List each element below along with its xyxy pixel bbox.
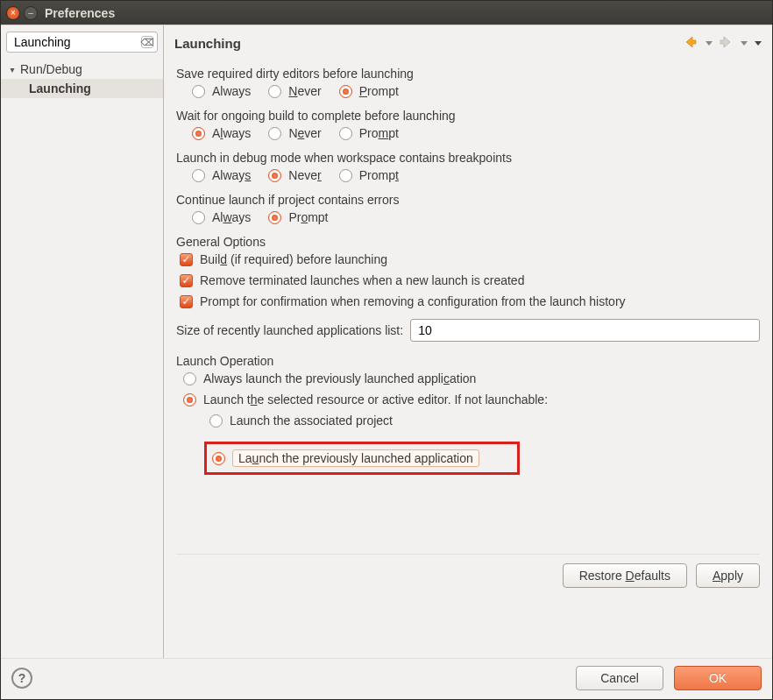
checkmark-icon: ✓ <box>180 295 193 308</box>
footer-buttons: Cancel OK <box>576 666 762 690</box>
restore-defaults-button[interactable]: Restore Defaults <box>563 563 687 588</box>
main-panel: Launching Save required dirty editors be… <box>164 25 772 658</box>
page-header: Launching <box>164 25 772 60</box>
checkmark-icon: ✓ <box>180 274 193 287</box>
forward-icon[interactable] <box>718 34 734 53</box>
chevron-down-icon: ▾ <box>8 65 17 74</box>
content-area: Save required dirty editors before launc… <box>164 60 772 658</box>
radio-errors-prompt[interactable]: Prompt <box>268 210 328 224</box>
group-launch-op: Always launch the previously launched ap… <box>183 371 760 475</box>
check-remove-terminated[interactable]: ✓Remove terminated launches when a new l… <box>180 273 524 287</box>
radio-save-never[interactable]: Never <box>268 84 321 98</box>
checkmark-icon: ✓ <box>180 253 193 266</box>
radio-save-prompt[interactable]: Prompt <box>339 84 399 98</box>
group-general-label: General Options <box>176 235 760 249</box>
radio-launch-selected[interactable]: Launch the selected resource or active e… <box>183 392 548 407</box>
back-menu-icon[interactable] <box>706 41 713 46</box>
minimize-icon[interactable]: – <box>24 6 38 20</box>
group-wait-build-label: Wait for ongoing build to complete befor… <box>176 109 760 123</box>
tree-item-label: Launching <box>29 81 91 95</box>
filter-input[interactable] <box>12 34 141 50</box>
check-build-before[interactable]: ✓Build (if required) before launching <box>180 252 387 266</box>
recent-list-label: Size of recently launched applications l… <box>176 323 403 337</box>
view-menu-icon[interactable] <box>755 41 762 46</box>
window-controls: × – <box>6 6 38 20</box>
check-prompt-remove-history[interactable]: ✓Prompt for confirmation when removing a… <box>180 294 626 308</box>
recent-list-input[interactable] <box>410 319 760 342</box>
preferences-window: × – Preferences ⌫ ▾ Run/Debug Launching <box>0 0 773 700</box>
row-recent-list-size: Size of recently launched applications l… <box>176 319 760 342</box>
radio-launch-prev-app[interactable]: Launch the previously launched applicati… <box>212 449 512 467</box>
preferences-tree: ▾ Run/Debug Launching <box>1 58 163 100</box>
group-save-editors-label: Save required dirty editors before launc… <box>176 67 760 81</box>
radio-wait-prompt[interactable]: Prompt <box>339 126 399 140</box>
close-icon[interactable]: × <box>6 6 20 20</box>
titlebar: × – Preferences <box>1 1 772 25</box>
highlight-annotation: Launch the previously launched applicati… <box>204 442 520 475</box>
page-title: Launching <box>174 36 241 51</box>
launch-selected-suboptions: Launch the associated project Launch the… <box>209 414 520 475</box>
radio-debug-always[interactable]: Always <box>192 168 251 182</box>
apply-button[interactable]: Apply <box>696 563 760 588</box>
group-save-editors: Always Never Prompt <box>192 84 760 98</box>
dialog-footer: ? Cancel OK <box>1 658 772 699</box>
radio-debug-prompt[interactable]: Prompt <box>339 168 399 182</box>
group-debug-label: Launch in debug mode when workspace cont… <box>176 151 760 165</box>
radio-launch-assoc-project[interactable]: Launch the associated project <box>209 414 520 428</box>
sidebar: ⌫ ▾ Run/Debug Launching <box>1 25 164 658</box>
content-button-bar: Restore Defaults Apply <box>176 554 760 591</box>
clear-icon[interactable]: ⌫ <box>141 36 153 48</box>
tree-item-label: Run/Debug <box>20 62 82 76</box>
group-wait-build: Always Never Prompt <box>192 126 760 140</box>
group-debug: Always Never Prompt <box>192 168 760 182</box>
radio-save-always[interactable]: Always <box>192 84 251 98</box>
help-icon[interactable]: ? <box>11 668 32 689</box>
cancel-button[interactable]: Cancel <box>576 666 663 690</box>
radio-wait-never[interactable]: Never <box>268 126 321 140</box>
radio-launch-always-prev[interactable]: Always launch the previously launched ap… <box>183 371 476 385</box>
back-icon[interactable] <box>683 34 699 53</box>
nav-history <box>683 34 762 53</box>
radio-errors-always[interactable]: Always <box>192 210 251 224</box>
group-launch-op-label: Launch Operation <box>176 354 760 368</box>
tree-item-launching[interactable]: Launching <box>1 79 163 98</box>
radio-debug-never[interactable]: Never <box>268 168 321 182</box>
group-errors-label: Continue launch if project contains erro… <box>176 193 760 207</box>
radio-wait-always[interactable]: Always <box>192 126 251 140</box>
group-errors: Always Prompt <box>192 210 760 224</box>
tree-item-run-debug[interactable]: ▾ Run/Debug <box>1 60 163 79</box>
ok-button[interactable]: OK <box>674 666 762 690</box>
dialog-body: ⌫ ▾ Run/Debug Launching Launching <box>1 25 772 658</box>
group-general: ✓Build (if required) before launching ✓R… <box>180 252 760 308</box>
filter-field[interactable]: ⌫ <box>6 32 158 53</box>
forward-menu-icon[interactable] <box>741 41 748 46</box>
window-title: Preferences <box>45 6 115 20</box>
